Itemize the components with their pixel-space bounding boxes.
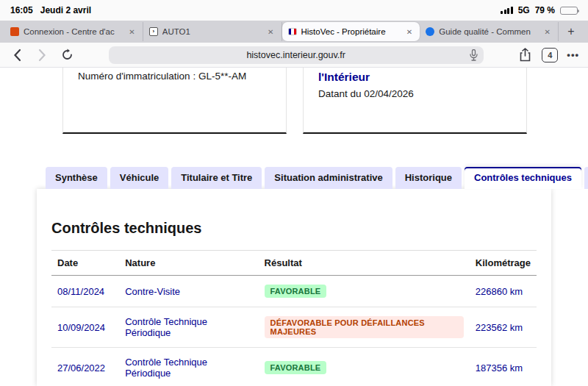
close-tab-icon[interactable]: ✕: [266, 28, 275, 36]
close-tab-icon[interactable]: ✕: [543, 28, 552, 36]
column-header-nature: Nature: [119, 251, 258, 276]
browser-tab-histovec[interactable]: HistoVec - Propriétaire ✕: [282, 22, 420, 41]
close-tab-icon[interactable]: ✕: [127, 28, 136, 36]
table-row: 10/09/2024 Contrôle Technique Périodique…: [51, 307, 537, 348]
tab-favicon-french-flag: [288, 28, 297, 35]
battery-percent-label: 79 %: [535, 5, 555, 15]
back-icon[interactable]: [9, 47, 25, 63]
cell-nature: Contre-Visite: [119, 276, 258, 307]
page-content: Numéro d'immatriculation : GL-5**-AM l'I…: [0, 68, 588, 386]
table-row: 08/11/2024 Contre-Visite FAVORABLE 22686…: [51, 276, 537, 307]
tab-title: Guide qualité - Commen: [439, 27, 538, 36]
table-header-row: Date Nature Résultat Kilométrage: [51, 251, 537, 276]
browser-tab-strip: Connexion - Centre d'ac ✕ › AUTO1 ✕ Hist…: [0, 21, 588, 43]
table-row: 27/06/2022 Contrôle Technique Périodique…: [51, 348, 537, 386]
more-menu-icon[interactable]: •••: [567, 49, 579, 60]
battery-icon: [560, 7, 578, 15]
summary-cards: Numéro d'immatriculation : GL-5**-AM l'I…: [0, 68, 588, 134]
certificate-date: Datant du 02/04/2026: [318, 88, 512, 99]
tab-title: Connexion - Centre d'ac: [24, 27, 123, 36]
registration-card: Numéro d'immatriculation : GL-5**-AM: [62, 68, 287, 134]
status-bar: 16:05 Jeudi 2 avril 5G 79 %: [0, 0, 588, 21]
section-tabs: Synthèse Véhicule Titulaire et Titre Sit…: [0, 167, 588, 189]
certificate-title: l'Intérieur: [318, 71, 512, 84]
network-type-label: 5G: [518, 5, 530, 15]
certificate-card: l'Intérieur Datant du 02/04/2026: [303, 68, 527, 134]
cell-resultat: FAVORABLE: [259, 276, 470, 307]
tab-historique[interactable]: Historique: [395, 167, 462, 189]
forward-icon[interactable]: [34, 47, 50, 63]
cell-date: 08/11/2024: [51, 276, 119, 307]
clock: 16:05: [10, 5, 33, 15]
browser-tab-connexion[interactable]: Connexion - Centre d'ac ✕: [4, 22, 143, 41]
date-label: Jeudi 2 avril: [40, 5, 91, 15]
tab-title: AUTO1: [162, 27, 262, 36]
address-bar[interactable]: histovec.interieur.gouv.fr: [109, 46, 484, 64]
new-tab-button[interactable]: +: [559, 22, 584, 41]
tab-kilometrage[interactable]: Kilométrage: [584, 167, 588, 189]
cell-kilometrage: 226860 km: [470, 276, 537, 307]
cell-kilometrage: 187356 km: [470, 348, 537, 386]
controles-techniques-table: Date Nature Résultat Kilométrage 08/11/2…: [51, 250, 537, 386]
section-title: Contrôles techniques: [51, 220, 537, 237]
browser-tab-auto1[interactable]: › AUTO1 ✕: [143, 22, 282, 41]
reload-icon[interactable]: [59, 47, 75, 63]
browser-tab-guide[interactable]: Guide qualité - Commen ✕: [420, 22, 559, 41]
cellular-signal-icon: [501, 7, 513, 14]
share-icon[interactable]: [517, 47, 533, 63]
screen-corner-shape: [573, 373, 588, 386]
cell-kilometrage: 223562 km: [470, 307, 537, 348]
browser-nav-bar: histovec.interieur.gouv.fr 4 •••: [0, 43, 588, 68]
cell-date: 27/06/2022: [51, 348, 119, 386]
status-badge-favorable: FAVORABLE: [265, 285, 327, 298]
tab-controles-techniques[interactable]: Contrôles techniques: [465, 167, 581, 189]
tab-overview-button[interactable]: 4: [542, 48, 558, 62]
status-badge-favorable: FAVORABLE: [265, 361, 327, 374]
microphone-icon[interactable]: [470, 49, 478, 63]
status-badge-defavorable: DÉFAVORABLE POUR DÉFAILLANCES MAJEURES: [265, 316, 464, 338]
tab-favicon-auto1: ›: [149, 27, 158, 36]
tab-titulaire-et-titre[interactable]: Titulaire et Titre: [171, 167, 262, 189]
column-header-resultat: Résultat: [259, 251, 470, 276]
cell-resultat: FAVORABLE: [259, 348, 470, 386]
url-text: histovec.interieur.gouv.fr: [246, 50, 345, 60]
registration-number: Numéro d'immatriculation : GL-5**-AM: [78, 71, 271, 82]
tab-vehicule[interactable]: Véhicule: [110, 167, 168, 189]
tab-favicon-connexion: [10, 27, 19, 36]
column-header-date: Date: [51, 251, 119, 276]
tab-title: HistoVec - Propriétaire: [301, 27, 401, 36]
cell-date: 10/09/2024: [51, 307, 119, 348]
tab-panel-controles-techniques: Contrôles techniques Date Nature Résulta…: [37, 189, 551, 386]
cell-resultat: DÉFAVORABLE POUR DÉFAILLANCES MAJEURES: [259, 307, 470, 348]
cell-nature: Contrôle Technique Périodique: [119, 307, 258, 348]
column-header-kilometrage: Kilométrage: [470, 251, 537, 276]
tab-synthese[interactable]: Synthèse: [46, 167, 107, 189]
cell-nature: Contrôle Technique Périodique: [119, 348, 258, 386]
tab-favicon-guide: [426, 27, 434, 36]
tab-situation-administrative[interactable]: Situation administrative: [265, 167, 392, 189]
close-tab-icon[interactable]: ✕: [405, 28, 414, 36]
